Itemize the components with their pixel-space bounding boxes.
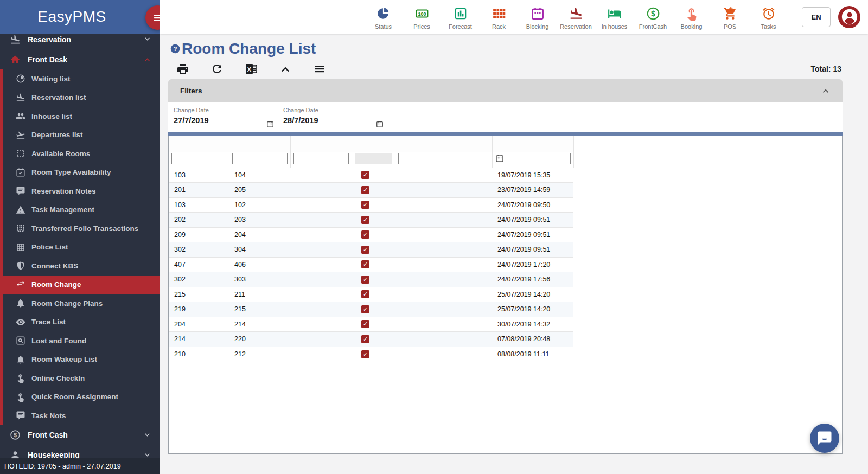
table-row[interactable]: 219 215 ✓ 25/07/2019 14:20 <box>169 302 573 317</box>
authorized-cell <box>290 242 352 258</box>
sidebar-item-police-list[interactable]: Police List <box>0 238 160 257</box>
is-done-checkbox[interactable]: ✓ <box>361 276 369 284</box>
nav-item-rack[interactable]: Rack <box>480 4 518 30</box>
sidebar-item-lost-and-found[interactable]: Lost and Found <box>0 331 160 350</box>
column-header-notes[interactable] <box>395 136 492 152</box>
change-date-cell: 24/07/2019 17:20 <box>492 257 573 272</box>
is-done-checkbox[interactable]: ✓ <box>361 186 369 194</box>
notes-cell <box>395 213 492 228</box>
rack-grid-icon <box>492 7 506 21</box>
sidebar-item-transferred-folio-transactions[interactable]: Transferred Folio Transactions <box>0 219 160 238</box>
user-avatar-button[interactable] <box>838 6 860 28</box>
sidebar-item-online-checkin[interactable]: Online CheckIn <box>0 369 160 388</box>
language-button[interactable]: EN <box>802 7 831 27</box>
sidebar-item-room-change-plans[interactable]: Room Change Plans <box>0 294 160 313</box>
sidebar-item-connect-kbs[interactable]: Connect KBS <box>0 257 160 276</box>
column-header-change-date[interactable] <box>492 136 573 152</box>
table-row[interactable]: 302 304 ✓ 24/07/2019 09:51 <box>169 242 573 258</box>
bed-icon <box>608 7 622 21</box>
notes-cell <box>395 183 492 198</box>
is-done-checkbox[interactable]: ✓ <box>361 350 369 358</box>
is-done-checkbox[interactable]: ✓ <box>361 201 369 209</box>
column-filter-input[interactable] <box>398 153 489 164</box>
sidebar-item-trace-list[interactable]: Trace List <box>0 313 160 332</box>
collapse-button[interactable] <box>279 62 292 75</box>
column-header-is-done[interactable] <box>352 136 395 152</box>
table-row[interactable]: 201 205 ✓ 23/07/2019 14:59 <box>169 183 573 198</box>
filters-panel: Filters Change Date 27/7/2019 Change Dat… <box>168 79 843 136</box>
change-date-field-change-date[interactable]: Change Date 27/7/2019 <box>173 107 276 132</box>
sidebar-item-waiting-list[interactable]: Waiting list <box>0 69 160 88</box>
table-row[interactable]: 204 214 ✓ 30/07/2019 14:32 <box>169 317 573 332</box>
refresh-button[interactable] <box>210 62 224 75</box>
table-row[interactable]: 214 220 ✓ 07/08/2019 20:48 <box>169 332 573 347</box>
column-filter-input[interactable] <box>293 153 349 164</box>
note-icon <box>16 411 25 420</box>
is-done-checkbox[interactable]: ✓ <box>361 230 369 239</box>
nav-item-reservation[interactable]: Reservation <box>557 4 595 30</box>
sidebar-item-available-rooms[interactable]: Available Rooms <box>0 144 160 163</box>
is-done-checkbox[interactable]: ✓ <box>361 335 369 343</box>
column-filter-input[interactable] <box>232 153 288 164</box>
change-date-field-change-date[interactable]: Change Date 28/7/2019 <box>282 107 385 132</box>
chat-button[interactable] <box>810 424 839 453</box>
sidebar-item-inhouse-list[interactable]: Inhouse list <box>0 107 160 126</box>
change-date-cell: 24/07/2019 09:51 <box>492 227 573 242</box>
sidebar-item-task-management[interactable]: Task Management <box>0 201 160 220</box>
is-done-checkbox[interactable]: ✓ <box>361 246 369 254</box>
column-filter-input[interactable] <box>171 153 226 164</box>
column-header-last-room[interactable] <box>229 136 290 152</box>
nav-item-pos[interactable]: POS <box>711 4 749 30</box>
sidebar-item-room-type-availability[interactable]: Room Type Availability <box>0 163 160 182</box>
column-filter-input[interactable] <box>506 153 571 164</box>
calendar-icon[interactable] <box>376 120 384 128</box>
nav-item-blocking[interactable]: Blocking <box>518 4 557 30</box>
column-header-authorized[interactable] <box>290 136 352 152</box>
filters-collapse-button[interactable] <box>821 86 831 95</box>
sidebar-item-room-change[interactable]: Room Change <box>0 276 160 294</box>
column-filter-input[interactable] <box>355 153 392 164</box>
is-done-checkbox[interactable]: ✓ <box>361 320 369 328</box>
sidebar-item-room-wakeup-list[interactable]: Room Wakeup List <box>0 350 160 369</box>
sidebar-item-quick-room-assignment[interactable]: Quick Room Assignment <box>0 388 160 407</box>
menu-button[interactable] <box>313 62 326 75</box>
table-row[interactable]: 103 102 ✓ 24/07/2019 09:50 <box>169 197 573 213</box>
sidebar-item-reservation-list[interactable]: Reservation list <box>0 88 160 107</box>
page-content: Room Change List <box>160 34 868 474</box>
authorized-cell <box>290 257 352 272</box>
is-done-checkbox[interactable]: ✓ <box>361 260 369 268</box>
sidebar-item-reservation-notes[interactable]: Reservation Notes <box>0 182 160 201</box>
is-done-checkbox[interactable]: ✓ <box>361 290 369 298</box>
nav-item-status[interactable]: Status <box>364 4 403 30</box>
sidebar-item-departures-list[interactable]: Departures list <box>0 126 160 145</box>
print-button[interactable] <box>176 62 189 75</box>
filters-panel-header[interactable]: Filters <box>168 79 843 102</box>
nav-item-prices[interactable]: Prices <box>403 4 441 30</box>
table-row[interactable]: 302 303 ✓ 24/07/2019 17:56 <box>169 272 573 287</box>
table-row[interactable]: 210 212 ✓ 08/08/2019 11:11 <box>169 347 573 362</box>
calendar-icon[interactable] <box>495 154 504 163</box>
table-row[interactable]: 215 211 ✓ 25/07/2019 14:20 <box>169 287 573 302</box>
nav-item-in-houses[interactable]: In houses <box>595 4 634 30</box>
sidebar-item-front-desk[interactable]: Front Desk <box>0 49 160 69</box>
help-icon[interactable] <box>170 43 181 54</box>
export-excel-button[interactable] <box>245 62 258 75</box>
column-header-first-room[interactable] <box>169 136 229 152</box>
table-row[interactable]: 202 203 ✓ 24/07/2019 09:51 <box>169 213 573 228</box>
is-done-checkbox[interactable]: ✓ <box>361 305 369 313</box>
is-done-checkbox[interactable]: ✓ <box>361 216 369 224</box>
sidebar-item-front-cash[interactable]: Front Cash <box>0 425 160 445</box>
nav-item-booking[interactable]: Booking <box>672 4 711 30</box>
authorized-cell <box>290 332 352 347</box>
calendar-icon[interactable] <box>266 120 274 128</box>
bell-icon <box>16 355 25 364</box>
nav-item-forecast[interactable]: Forecast <box>441 4 480 30</box>
nav-item-frontcash[interactable]: FrontCash <box>634 4 672 30</box>
sidebar-item-task-nots[interactable]: Task Nots <box>0 406 160 425</box>
dashed-table-icon <box>16 223 25 233</box>
nav-item-tasks[interactable]: Tasks <box>749 4 788 30</box>
table-row[interactable]: 103 104 ✓ 19/07/2019 15:35 <box>169 168 573 183</box>
is-done-checkbox[interactable]: ✓ <box>361 171 369 179</box>
table-row[interactable]: 209 204 ✓ 24/07/2019 09:51 <box>169 227 573 242</box>
table-row[interactable]: 407 406 ✓ 24/07/2019 17:20 <box>169 257 573 272</box>
